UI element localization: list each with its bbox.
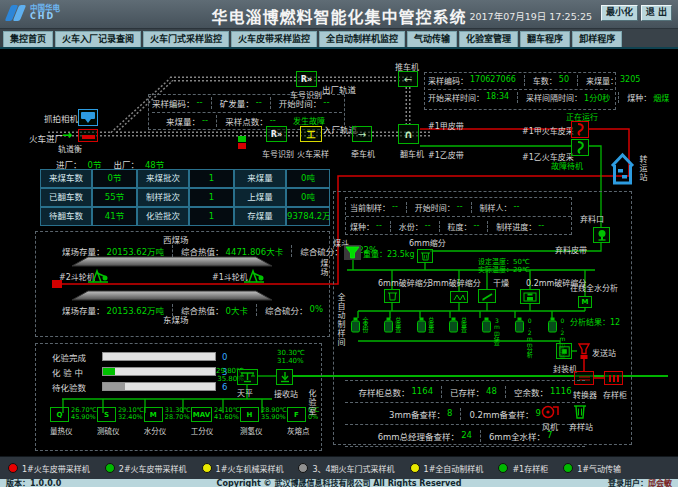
sampler-panel-row2: 煤种：--水份：--粒度：--制样进度：-- (346, 219, 571, 232)
belt-sampler-a-label: #1甲火车皮采 (522, 125, 574, 136)
progress-row: 化验完成 0 (52, 349, 234, 364)
nav-tab[interactable]: 全自动制样机监控 (319, 31, 405, 47)
table-value-cell: 0节 (92, 169, 137, 188)
legend-label: 1#全自动制样机 (424, 463, 484, 474)
dumper-panel-row2: 开始采样时间：18:34采样间隔时间：1分0秒煤种：烟煤 (428, 90, 613, 103)
crush02-machine-icon[interactable] (520, 289, 540, 304)
cabinet-label: 存样柜 (603, 389, 627, 400)
sample-bottle-group: 总备查 (416, 317, 435, 333)
legend-item: 1#气动传输 (563, 463, 621, 474)
info-pair: 综合硫分：0% (256, 304, 323, 316)
info-pair: 存样柜总数：1164 (358, 386, 433, 398)
table-label-cell: 来煤量 (234, 169, 286, 188)
legend-item: 2#火车皮带采样机 (105, 463, 187, 474)
discard-station-icon[interactable] (572, 403, 588, 419)
table-value-cell: 1 (189, 207, 234, 226)
receiver-station-icon[interactable] (276, 369, 293, 385)
car-id-reader-icon-exit[interactable]: R» (296, 71, 317, 87)
device-legend-bar: 1#火车皮带采样机 2#火车皮带采样机 1#火车机械采样机 3、4期火车门式采样… (0, 456, 678, 479)
instrument-code-box[interactable]: S (97, 407, 116, 422)
progress-row: 待化验数 6 (52, 379, 234, 394)
cabinet-icon[interactable] (604, 371, 623, 385)
instrument-name: 水分仪 (144, 425, 167, 436)
info-pair: 空余数：1116 (505, 386, 572, 398)
exit-button[interactable]: 退 出 (641, 5, 672, 21)
instrument: Q 26.70℃45.90% 量热仪 (50, 407, 97, 436)
scada-canvas: 抓拍相机 火车进厂 → 轨道衡 进厂： 0节 出厂： 48节 R» 车号识别 出… (0, 49, 678, 456)
track-scale-icon[interactable] (78, 129, 98, 142)
balance-icon[interactable] (237, 369, 258, 385)
receiver-station-label: 接收站 (274, 388, 298, 399)
belt-sampler-a-icon[interactable] (571, 121, 589, 138)
nav-tab[interactable]: 卸样程序 (572, 31, 622, 47)
instrument-env: 31.30℃28.70% (165, 407, 191, 422)
info-pair: 煤场存量：20153.62万吨 (62, 245, 164, 257)
fan-label: 风机 (542, 421, 558, 432)
car-pusher-icon[interactable]: ← (398, 71, 418, 87)
progress-bar (102, 382, 216, 391)
nav-tab[interactable]: 气动传输 (407, 31, 457, 47)
online-moisture-icon[interactable]: M (578, 296, 592, 308)
info-pair: 当前制样：-- (350, 202, 398, 213)
belt-sampler-b-status: 故障待机 (551, 160, 583, 171)
status-bar: 版本：1.0.0.0 Copyright © 武汉博晟信息科技有限公司 All … (0, 479, 678, 487)
sealer-icon[interactable] (556, 343, 572, 359)
sample-bottle-group: 总备查 (448, 317, 467, 333)
crush3-label: 3mm破碎缩分 (428, 277, 481, 288)
minimize-button[interactable]: 最小化 (601, 5, 638, 21)
instrument-code-box[interactable]: MAV (191, 407, 212, 422)
bottle-label: 0.2mm分析 (526, 317, 533, 351)
transfer-station-icon[interactable] (609, 152, 636, 186)
table-label-cell: 来煤车数 (40, 169, 92, 188)
bottle-icon (547, 317, 558, 333)
legend-status-dot (498, 463, 508, 473)
instrument-code-box[interactable]: Q (50, 407, 69, 422)
crush6-machine-icon[interactable] (384, 289, 400, 303)
capture-camera-icon[interactable] (78, 109, 98, 126)
train-sampler-icon[interactable]: 工 (300, 126, 322, 142)
divide6-label: 6mm缩分 (409, 237, 446, 248)
sampler-info-panel: 当前制样：--开始时间：--制样人：-- 煤种：--水份：--粒度：--制样进度… (345, 197, 572, 235)
car-dumper-label: 翻车机 (400, 148, 424, 159)
crush3-machine-icon[interactable] (450, 291, 468, 303)
sample-bottle-group: 全水份 (350, 317, 369, 333)
car-dumper-icon[interactable]: ∩ (398, 124, 419, 144)
nav-tab[interactable]: 火车入厂记录查阅 (55, 31, 141, 47)
legend-label: 3、4期火车门式采样机 (312, 463, 394, 474)
stacker2-icon[interactable] (87, 267, 109, 284)
instrument-code-box[interactable]: M (144, 407, 163, 422)
divide6-bin-icon[interactable] (417, 249, 433, 263)
nav-tab[interactable]: 火车门式采样监控 (143, 31, 229, 47)
instrument-code-box[interactable]: H (240, 407, 259, 422)
dryer-temps: 设定温度：50℃ 实际温度：29℃ (478, 258, 530, 274)
instrument-env: 28.90℃35.90% (261, 407, 287, 422)
title-bar: 中国华电 CHD 华电淄博燃料智能化集中管控系统 2017年07月19日 17:… (0, 0, 678, 29)
nav-tab[interactable]: 集控首页 (3, 31, 53, 47)
bottle-label: 全水份 (362, 317, 369, 333)
bottle-icon (350, 317, 361, 333)
fan-icon[interactable] (541, 404, 559, 419)
instrument-code-box[interactable]: F (287, 407, 306, 422)
logged-in-user: 登录用户：邱会敏 (608, 479, 672, 487)
car-puller-icon[interactable]: → (352, 126, 372, 142)
car-puller-label: 牵车机 (351, 148, 375, 159)
legend-label: 1#气动传输 (577, 463, 621, 474)
table-label-cell: 存煤量 (234, 207, 286, 226)
nav-tab[interactable]: 化验室管理 (459, 31, 518, 47)
sender-station-icon[interactable] (577, 343, 591, 360)
stacker1-icon[interactable] (243, 267, 265, 284)
nav-tab[interactable]: 火车皮带采样监控 (231, 31, 317, 47)
belt-sampler-b-icon[interactable] (571, 139, 589, 156)
coal-hopper-icon[interactable] (344, 245, 361, 260)
dryer-icon[interactable] (478, 289, 496, 303)
bottle-icon (383, 317, 394, 333)
car-id-reader-icon-entry[interactable]: R» (266, 126, 287, 142)
sample-bottle-group: 3mm存查 (481, 317, 500, 345)
legend-item: 1#全自动制样机 (410, 463, 484, 474)
nav-tab[interactable]: 翻车程序 (520, 31, 570, 47)
instrument: M 31.30℃28.70% 水分仪 (144, 407, 191, 436)
discard-port-icon[interactable] (593, 227, 610, 243)
legend-label: 1#火车机械采样机 (216, 463, 284, 474)
info-pair: 开始时间：-- (270, 97, 330, 109)
belt-a-label: #1甲皮带 (428, 120, 464, 131)
